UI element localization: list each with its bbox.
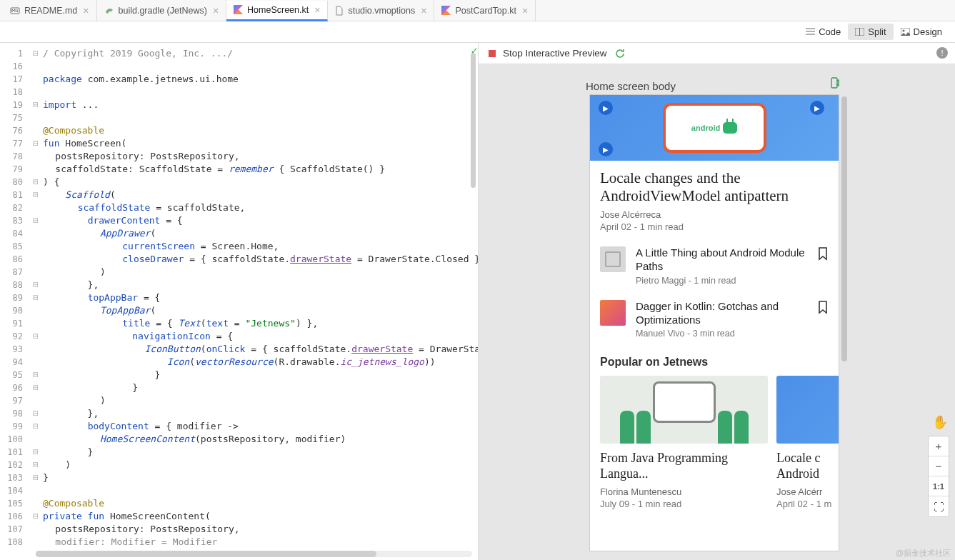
card-image — [776, 376, 839, 444]
line-gutter: 1161718197576777879808182838485868788899… — [0, 43, 29, 560]
view-mode-toolbar: Code Split Design — [0, 21, 955, 43]
code-editor[interactable]: 1161718197576777879808182838485868788899… — [0, 43, 479, 560]
view-mode-code[interactable]: Code — [799, 24, 848, 40]
hero-image: ▶ ▶ ▶ android — [590, 95, 839, 161]
code-lines-icon — [806, 28, 815, 36]
view-mode-split[interactable]: Split — [848, 24, 893, 40]
split-icon — [855, 28, 864, 36]
card[interactable]: From Java Programming Langua... Florina … — [600, 376, 768, 509]
hero-post-title: Locale changes and the AndroidViewModel … — [600, 169, 829, 205]
card-meta: July 09 - 1 min read — [600, 499, 768, 509]
markdown-icon — [10, 6, 20, 16]
post-thumbnail — [600, 300, 626, 326]
card-author: Florina Muntenescu — [600, 486, 768, 497]
post-row[interactable]: Dagger in Kotlin: Gotchas and Optimizati… — [590, 293, 839, 346]
stop-icon — [489, 50, 496, 57]
hero-post-meta: April 02 - 1 min read — [600, 221, 829, 232]
zoom-controls: + − 1:1 ⛶ — [928, 436, 949, 517]
file-tabs: README.md × build.gradle (JetNews) × Hom… — [0, 0, 955, 21]
tab-readme[interactable]: README.md × — [3, 0, 97, 21]
refresh-icon[interactable] — [614, 48, 626, 59]
post-title: Dagger in Kotlin: Gotchas and Optimizati… — [636, 300, 807, 327]
svg-point-4 — [902, 30, 904, 32]
tab-homescreen[interactable]: HomeScreen.kt × — [226, 1, 328, 21]
tab-label: README.md — [24, 6, 77, 16]
kotlin-icon — [441, 6, 451, 15]
preview-vertical-scrollbar[interactable] — [841, 96, 847, 539]
horizontal-scrollbar[interactable] — [36, 551, 472, 557]
zoom-1to1-button[interactable]: 1:1 — [929, 476, 949, 496]
tab-postcardtop[interactable]: PostCardTop.kt × — [434, 0, 536, 21]
warning-badge[interactable]: ! — [936, 47, 948, 59]
tab-vmoptions[interactable]: studio.vmoptions × — [328, 0, 434, 21]
post-meta: Manuel Vivo - 3 min read — [636, 329, 807, 339]
pan-hand-icon[interactable]: ✋ — [932, 414, 948, 430]
watermark-text: @掘金技术社区 — [896, 548, 951, 559]
post-meta: Pietro Maggi - 1 min read — [636, 276, 807, 286]
svg-rect-5 — [831, 78, 837, 88]
preview-title: Home screen body — [586, 80, 676, 92]
view-mode-label: Code — [819, 26, 841, 37]
view-mode-label: Design — [914, 26, 942, 37]
post-row[interactable]: A Little Thing about Android Module Path… — [590, 239, 839, 293]
tab-label: HomeScreen.kt — [247, 5, 309, 15]
gradle-icon — [104, 6, 114, 16]
section-heading: Popular on Jetnews — [590, 346, 839, 376]
close-icon[interactable]: × — [522, 5, 528, 16]
popular-cards[interactable]: From Java Programming Langua... Florina … — [590, 376, 839, 509]
close-icon[interactable]: × — [83, 5, 89, 16]
tab-build-gradle[interactable]: build.gradle (JetNews) × — [97, 0, 227, 21]
card-title: From Java Programming Langua... — [600, 451, 768, 481]
kotlin-icon — [234, 5, 243, 14]
view-mode-design[interactable]: Design — [894, 24, 949, 40]
close-icon[interactable]: × — [314, 4, 320, 16]
bookmark-icon[interactable] — [817, 300, 829, 318]
code-area[interactable]: ⊟/ Copyright 2019 Google, Inc. .../ pack… — [29, 43, 478, 560]
zoom-in-button[interactable]: + — [929, 436, 949, 456]
hero-post[interactable]: Locale changes and the AndroidViewModel … — [590, 161, 839, 239]
bookmark-icon[interactable] — [817, 246, 829, 264]
file-icon — [335, 6, 344, 16]
view-mode-label: Split — [868, 26, 886, 37]
device-preview[interactable]: ▶ ▶ ▶ android Locale changes and the And… — [589, 94, 839, 551]
stop-interactive-button[interactable]: Stop Interactive Preview — [503, 48, 607, 59]
tab-label: studio.vmoptions — [348, 6, 415, 16]
preview-pane: Stop Interactive Preview ! Home screen b… — [479, 43, 955, 560]
zoom-fit-button[interactable]: ⛶ — [929, 496, 949, 516]
close-icon[interactable]: × — [213, 5, 219, 16]
hero-post-author: Jose Alcérreca — [600, 209, 829, 220]
preview-header: Stop Interactive Preview ! — [479, 43, 955, 64]
card-image — [600, 376, 768, 444]
post-thumbnail — [600, 246, 626, 272]
tab-label: build.gradle (JetNews) — [119, 6, 207, 16]
zoom-out-button[interactable]: − — [929, 456, 949, 476]
close-icon[interactable]: × — [421, 5, 426, 16]
card-author: Jose Alcérr — [776, 486, 839, 497]
card[interactable]: Locale c Android Jose Alcérr April 02 - … — [776, 376, 839, 509]
post-title: A Little Thing about Android Module Path… — [636, 246, 807, 274]
deploy-icon[interactable] — [829, 77, 840, 91]
vertical-scrollbar[interactable]: ✓ — [469, 47, 478, 550]
card-title: Locale c Android — [776, 451, 839, 481]
tab-label: PostCardTop.kt — [455, 6, 516, 16]
image-icon — [901, 28, 910, 36]
card-meta: April 02 - 1 m — [776, 499, 839, 509]
